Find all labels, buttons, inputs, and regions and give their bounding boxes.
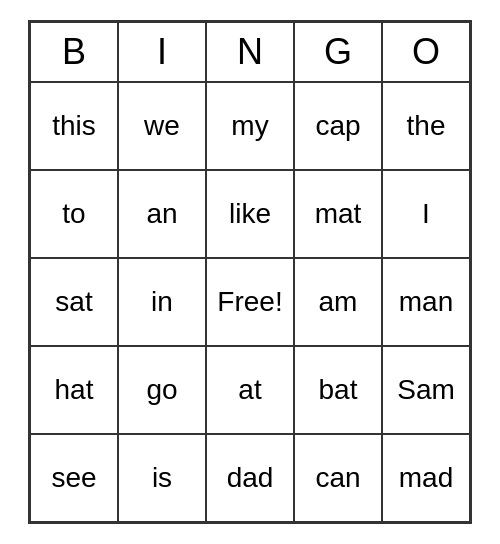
bingo-cell-0-2: my [206, 82, 294, 170]
bingo-cell-1-2: like [206, 170, 294, 258]
bingo-cell-0-4: the [382, 82, 470, 170]
bingo-row-4: seeisdadcanmad [30, 434, 470, 522]
bingo-card: B I N G O thiswemycapthetoanlikematIsati… [28, 20, 472, 524]
bingo-cell-2-0: sat [30, 258, 118, 346]
header-row: B I N G O [30, 22, 470, 82]
bingo-cell-3-3: bat [294, 346, 382, 434]
header-g: G [294, 22, 382, 82]
bingo-cell-2-3: am [294, 258, 382, 346]
bingo-row-0: thiswemycapthe [30, 82, 470, 170]
header-i: I [118, 22, 206, 82]
bingo-cell-0-1: we [118, 82, 206, 170]
bingo-cell-1-0: to [30, 170, 118, 258]
header-o: O [382, 22, 470, 82]
bingo-cell-1-4: I [382, 170, 470, 258]
bingo-cell-4-0: see [30, 434, 118, 522]
bingo-cell-3-2: at [206, 346, 294, 434]
bingo-cell-3-0: hat [30, 346, 118, 434]
header-n: N [206, 22, 294, 82]
bingo-row-1: toanlikematI [30, 170, 470, 258]
bingo-cell-0-3: cap [294, 82, 382, 170]
header-b: B [30, 22, 118, 82]
bingo-cell-2-2: Free! [206, 258, 294, 346]
bingo-cell-4-2: dad [206, 434, 294, 522]
bingo-cell-4-3: can [294, 434, 382, 522]
bingo-cell-3-1: go [118, 346, 206, 434]
bingo-cell-2-1: in [118, 258, 206, 346]
bingo-cell-1-3: mat [294, 170, 382, 258]
bingo-cell-0-0: this [30, 82, 118, 170]
bingo-cell-4-4: mad [382, 434, 470, 522]
bingo-cell-4-1: is [118, 434, 206, 522]
bingo-row-2: satinFree!amman [30, 258, 470, 346]
bingo-cell-2-4: man [382, 258, 470, 346]
bingo-cell-3-4: Sam [382, 346, 470, 434]
bingo-row-3: hatgoatbatSam [30, 346, 470, 434]
bingo-cell-1-1: an [118, 170, 206, 258]
